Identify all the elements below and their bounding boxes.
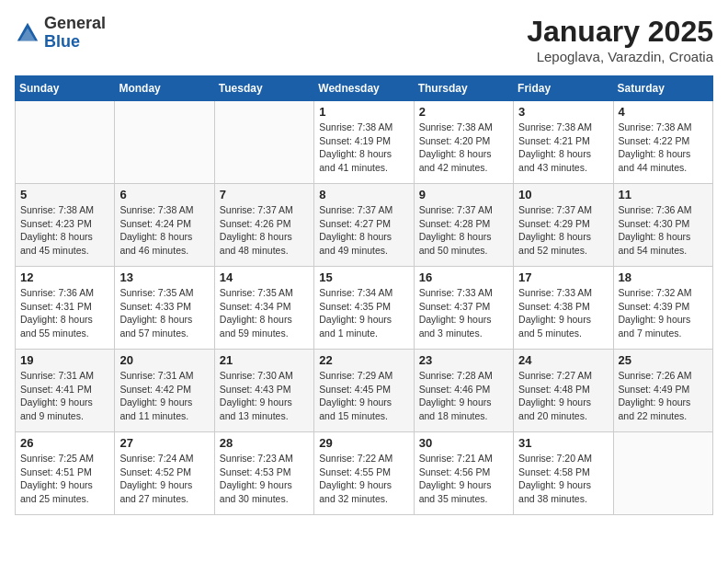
- page-header: General Blue January 2025 Lepoglava, Var…: [15, 15, 713, 64]
- logo-blue: Blue: [44, 33, 106, 52]
- day-info: Sunrise: 7:36 AM Sunset: 4:31 PM Dayligh…: [20, 286, 109, 340]
- day-info: Sunrise: 7:38 AM Sunset: 4:24 PM Dayligh…: [119, 203, 209, 258]
- calendar-cell: 15Sunrise: 7:34 AM Sunset: 4:35 PM Dayli…: [314, 267, 414, 350]
- calendar-cell: 21Sunrise: 7:30 AM Sunset: 4:43 PM Dayli…: [214, 350, 313, 432]
- weekday-header-friday: Friday: [514, 76, 613, 101]
- calendar-cell: 24Sunrise: 7:27 AM Sunset: 4:48 PM Dayli…: [514, 350, 613, 432]
- calendar-cell: 13Sunrise: 7:35 AM Sunset: 4:33 PM Dayli…: [115, 267, 214, 350]
- logo: General Blue: [15, 15, 106, 52]
- day-info: Sunrise: 7:30 AM Sunset: 4:43 PM Dayligh…: [220, 369, 309, 423]
- day-number: 14: [220, 270, 309, 284]
- day-number: 8: [319, 188, 408, 201]
- day-info: Sunrise: 7:37 AM Sunset: 4:29 PM Dayligh…: [518, 203, 608, 258]
- calendar-cell: 19Sunrise: 7:31 AM Sunset: 4:41 PM Dayli…: [16, 350, 115, 432]
- day-info: Sunrise: 7:28 AM Sunset: 4:46 PM Dayligh…: [419, 369, 508, 423]
- calendar-cell: 14Sunrise: 7:35 AM Sunset: 4:34 PM Dayli…: [214, 267, 313, 350]
- day-number: 20: [119, 353, 209, 367]
- calendar-header: SundayMondayTuesdayWednesdayThursdayFrid…: [16, 76, 713, 101]
- logo-icon: [15, 20, 40, 46]
- calendar-cell: 6Sunrise: 7:38 AM Sunset: 4:24 PM Daylig…: [115, 184, 214, 267]
- day-info: Sunrise: 7:38 AM Sunset: 4:19 PM Dayligh…: [319, 121, 408, 175]
- calendar-cell: 11Sunrise: 7:36 AM Sunset: 4:30 PM Dayli…: [613, 184, 712, 267]
- calendar-cell: 18Sunrise: 7:32 AM Sunset: 4:39 PM Dayli…: [613, 267, 712, 350]
- weekday-header-tuesday: Tuesday: [214, 76, 313, 101]
- calendar-cell: 1Sunrise: 7:38 AM Sunset: 4:19 PM Daylig…: [314, 101, 414, 184]
- day-info: Sunrise: 7:34 AM Sunset: 4:35 PM Dayligh…: [319, 286, 408, 340]
- calendar-cell: 25Sunrise: 7:26 AM Sunset: 4:49 PM Dayli…: [613, 350, 712, 432]
- day-info: Sunrise: 7:38 AM Sunset: 4:22 PM Dayligh…: [619, 121, 708, 175]
- calendar-cell: [613, 432, 712, 515]
- day-number: 18: [619, 270, 708, 284]
- day-info: Sunrise: 7:37 AM Sunset: 4:28 PM Dayligh…: [419, 203, 508, 258]
- calendar-week-5: 26Sunrise: 7:25 AM Sunset: 4:51 PM Dayli…: [16, 432, 713, 515]
- day-number: 29: [319, 436, 408, 450]
- day-info: Sunrise: 7:23 AM Sunset: 4:53 PM Dayligh…: [220, 452, 309, 506]
- day-info: Sunrise: 7:21 AM Sunset: 4:56 PM Dayligh…: [419, 452, 508, 506]
- month-title: January 2025: [527, 15, 713, 49]
- day-info: Sunrise: 7:29 AM Sunset: 4:45 PM Dayligh…: [319, 369, 408, 423]
- calendar-cell: 3Sunrise: 7:38 AM Sunset: 4:21 PM Daylig…: [514, 101, 613, 184]
- calendar-cell: 8Sunrise: 7:37 AM Sunset: 4:27 PM Daylig…: [314, 184, 414, 267]
- calendar-cell: 22Sunrise: 7:29 AM Sunset: 4:45 PM Dayli…: [314, 350, 414, 432]
- day-number: 7: [220, 188, 309, 201]
- day-info: Sunrise: 7:37 AM Sunset: 4:26 PM Dayligh…: [220, 203, 309, 258]
- day-number: 31: [518, 436, 608, 450]
- day-number: 5: [20, 188, 109, 201]
- calendar-table: SundayMondayTuesdayWednesdayThursdayFrid…: [15, 75, 713, 515]
- day-number: 26: [20, 436, 109, 450]
- logo-general: General: [44, 15, 106, 33]
- day-number: 2: [419, 105, 508, 119]
- day-number: 6: [119, 188, 209, 201]
- day-info: Sunrise: 7:37 AM Sunset: 4:27 PM Dayligh…: [319, 203, 408, 258]
- day-number: 21: [220, 353, 309, 367]
- day-info: Sunrise: 7:38 AM Sunset: 4:21 PM Dayligh…: [518, 121, 608, 175]
- day-info: Sunrise: 7:38 AM Sunset: 4:20 PM Dayligh…: [419, 121, 508, 175]
- calendar-cell: 5Sunrise: 7:38 AM Sunset: 4:23 PM Daylig…: [16, 184, 115, 267]
- day-info: Sunrise: 7:35 AM Sunset: 4:33 PM Dayligh…: [119, 286, 209, 340]
- day-info: Sunrise: 7:27 AM Sunset: 4:48 PM Dayligh…: [518, 369, 608, 423]
- day-number: 12: [20, 270, 109, 284]
- day-number: 16: [419, 270, 508, 284]
- day-number: 17: [518, 270, 608, 284]
- day-info: Sunrise: 7:36 AM Sunset: 4:30 PM Dayligh…: [619, 203, 708, 258]
- day-number: 22: [319, 353, 408, 367]
- weekday-header-sunday: Sunday: [16, 76, 115, 101]
- calendar-body: 1Sunrise: 7:38 AM Sunset: 4:19 PM Daylig…: [16, 101, 713, 515]
- day-number: 24: [518, 353, 608, 367]
- day-number: 9: [419, 188, 508, 201]
- day-info: Sunrise: 7:32 AM Sunset: 4:39 PM Dayligh…: [619, 286, 708, 340]
- day-info: Sunrise: 7:31 AM Sunset: 4:41 PM Dayligh…: [20, 369, 109, 423]
- day-info: Sunrise: 7:33 AM Sunset: 4:38 PM Dayligh…: [518, 286, 608, 340]
- calendar-cell: 30Sunrise: 7:21 AM Sunset: 4:56 PM Dayli…: [414, 432, 513, 515]
- day-info: Sunrise: 7:33 AM Sunset: 4:37 PM Dayligh…: [419, 286, 508, 340]
- day-number: 15: [319, 270, 408, 284]
- calendar-cell: 17Sunrise: 7:33 AM Sunset: 4:38 PM Dayli…: [514, 267, 613, 350]
- calendar-cell: 28Sunrise: 7:23 AM Sunset: 4:53 PM Dayli…: [214, 432, 313, 515]
- weekday-header-row: SundayMondayTuesdayWednesdayThursdayFrid…: [16, 76, 713, 101]
- day-number: 23: [419, 353, 508, 367]
- weekday-header-thursday: Thursday: [414, 76, 513, 101]
- calendar-week-2: 5Sunrise: 7:38 AM Sunset: 4:23 PM Daylig…: [16, 184, 713, 267]
- calendar-cell: 4Sunrise: 7:38 AM Sunset: 4:22 PM Daylig…: [613, 101, 712, 184]
- day-number: 3: [518, 105, 608, 119]
- day-number: 25: [619, 353, 708, 367]
- day-number: 28: [220, 436, 309, 450]
- day-info: Sunrise: 7:38 AM Sunset: 4:23 PM Dayligh…: [20, 203, 109, 258]
- calendar-cell: 27Sunrise: 7:24 AM Sunset: 4:52 PM Dayli…: [115, 432, 214, 515]
- day-info: Sunrise: 7:22 AM Sunset: 4:55 PM Dayligh…: [319, 452, 408, 506]
- day-number: 27: [119, 436, 209, 450]
- day-info: Sunrise: 7:26 AM Sunset: 4:49 PM Dayligh…: [619, 369, 708, 423]
- day-info: Sunrise: 7:20 AM Sunset: 4:58 PM Dayligh…: [518, 452, 608, 506]
- calendar-week-3: 12Sunrise: 7:36 AM Sunset: 4:31 PM Dayli…: [16, 267, 713, 350]
- calendar-cell: 10Sunrise: 7:37 AM Sunset: 4:29 PM Dayli…: [514, 184, 613, 267]
- calendar-cell: 20Sunrise: 7:31 AM Sunset: 4:42 PM Dayli…: [115, 350, 214, 432]
- calendar-week-1: 1Sunrise: 7:38 AM Sunset: 4:19 PM Daylig…: [16, 101, 713, 184]
- calendar-cell: 12Sunrise: 7:36 AM Sunset: 4:31 PM Dayli…: [16, 267, 115, 350]
- weekday-header-monday: Monday: [115, 76, 214, 101]
- calendar-cell: 23Sunrise: 7:28 AM Sunset: 4:46 PM Dayli…: [414, 350, 513, 432]
- calendar-cell: 31Sunrise: 7:20 AM Sunset: 4:58 PM Dayli…: [514, 432, 613, 515]
- day-info: Sunrise: 7:24 AM Sunset: 4:52 PM Dayligh…: [119, 452, 209, 506]
- calendar-cell: 2Sunrise: 7:38 AM Sunset: 4:20 PM Daylig…: [414, 101, 513, 184]
- day-number: 19: [20, 353, 109, 367]
- weekday-header-saturday: Saturday: [613, 76, 712, 101]
